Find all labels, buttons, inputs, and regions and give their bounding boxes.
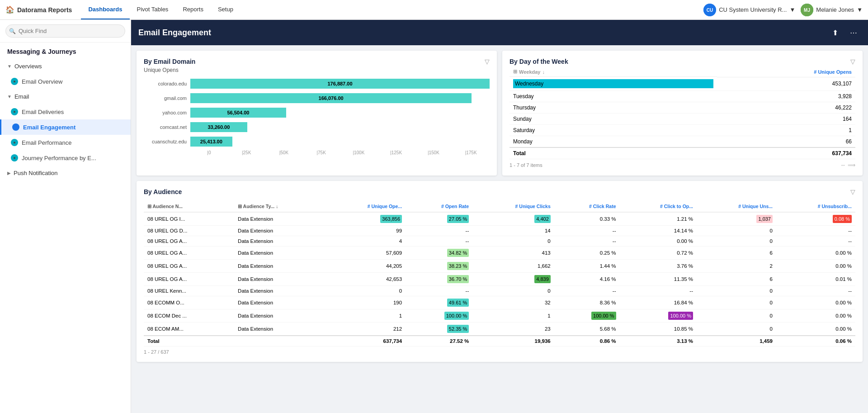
dow-nav-prev[interactable]: ↔ [840,162,846,168]
tab-pivot-tables[interactable]: Pivot Tables [130,0,176,19]
dow-filter-icon[interactable]: ▽ [850,58,855,65]
aud-name-3: 08 UREL OG A... [144,236,234,247]
email-engagement-label: Email Engagement [23,124,75,131]
aud-type-3: Data Extension [234,236,326,247]
dow-total-value: 637,734 [717,147,855,159]
bar-label-cuanschutz: cuanschutz.edu [144,139,187,144]
aud-uu-3: 0 [697,236,776,247]
dow-value-saturday: 1 [717,125,855,136]
aud-name-6: 08 UREL OG A... [144,273,234,286]
aud-cto-3: 0.00 % [620,236,697,247]
aud-cto-5: 3.76 % [620,260,697,273]
home-icon[interactable]: 🏠 [5,5,14,14]
aud-total-or: 27.52 % [406,336,472,347]
col-audience-type[interactable]: ⊞ Audience Ty... [234,201,326,212]
dow-nav-next[interactable]: ⟹ [848,162,855,168]
aud-uc-5: 1,662 [472,260,554,273]
overviews-label: Overviews [14,63,42,70]
dow-table: ⊞ Weekday ↓ # Unique Opens [509,67,855,159]
col-unique-opens: # Unique Ope... [326,201,406,212]
sidebar-search: 🔍 [0,20,131,43]
aud-total-uc: 19,936 [472,336,554,347]
dow-total-label: Total [509,147,717,159]
aud-uu-9: 0 [697,309,776,323]
aud-us-1: 0.08 % [776,212,855,226]
sidebar-group-overviews[interactable]: ▼ Overviews [0,59,131,74]
dow-day-sunday: Sunday [509,114,717,125]
table-row: 08 UREL OG A... Data Extension 57,609 34… [144,247,855,260]
tab-reports[interactable]: Reports [175,0,211,19]
email-domain-subtitle: Unique Opens [144,67,490,73]
dow-value-wednesday: 453,107 [717,77,855,91]
widget-day-of-week: By Day of the Week ▽ ⊞ Weekday ↓ [502,51,863,176]
axis-125k: |125K [377,150,415,155]
user-area[interactable]: MJ Melanie Jones ▼ [801,4,863,16]
bar-row-gmail: gmail.com 166,076.00 [144,93,490,103]
email-domain-filter-icon[interactable]: ▽ [485,58,490,65]
aud-cr-5: 1.44 % [554,260,620,273]
aud-uu-1: 1,037 [697,212,776,226]
dow-day-thursday: Thursday [509,102,717,114]
bar-row-colorado: colorado.edu 176,887.00 [144,79,490,89]
aud-total-cr: 0.86 % [554,336,620,347]
dow-value-thursday: 46,222 [717,102,855,114]
sidebar-item-email-overview[interactable]: ● Email Overview [0,74,131,89]
dow-day-tuesday: Tuesday [509,91,717,102]
aud-opens-5: 44,205 [326,260,406,273]
svg-text:CU: CU [707,8,713,13]
col-unique-unsub: # Unique Uns... [697,201,776,212]
aud-uc-6: 4,839 [472,273,554,286]
axis-75k: |75K [302,150,340,155]
aud-opens-3: 4 [326,236,406,247]
email-overview-label: Email Overview [22,78,62,85]
aud-uu-10: 0 [697,323,776,336]
app-name: Datorama Reports [17,6,72,14]
email-performance-icon: ● [11,139,18,146]
sidebar-group-push[interactable]: ▶ Push Notification [0,166,131,180]
chevron-right-icon-push: ▶ [7,171,11,176]
aud-uu-4: 6 [697,247,776,260]
aud-us-9: 0.00 % [776,309,855,323]
table-row: 08 ECOM Dec ... Data Extension 1 100.00 … [144,309,855,323]
workspace-selector[interactable]: CU CU System University R... ▼ [703,4,795,16]
aud-us-7: -- [776,286,855,296]
col-open-rate: # Open Rate [406,201,472,212]
aud-us-2: -- [776,226,855,236]
aud-us-10: 0.00 % [776,323,855,336]
dow-day-monday: Monday [509,136,717,148]
aud-uc-4: 413 [472,247,554,260]
search-input[interactable] [5,24,125,38]
aud-total-uu: 1,459 [697,336,776,347]
audience-total-row: Total 637,734 27.52 % 19,936 0.86 % 3.13… [144,336,855,347]
col-unsubscribe: # Unsubscrib... [776,201,855,212]
sidebar-item-journey-performance[interactable]: ● Journey Performance by E... [0,150,131,166]
sidebar-item-email-performance[interactable]: ● Email Performance [0,135,131,150]
email-domain-bar-chart: colorado.edu 176,887.00 gmail.com 166,07… [144,79,490,147]
aud-type-9: Data Extension [234,309,326,323]
aud-opens-6: 42,653 [326,273,406,286]
nav-tabs: Dashboards Pivot Tables Reports Setup [81,0,241,19]
aud-type-8: Data Extension [234,296,326,309]
aud-name-9: 08 ECOM Dec ... [144,309,234,323]
tab-dashboards[interactable]: Dashboards [81,0,129,19]
sidebar-group-email[interactable]: ▼ Email [0,89,131,104]
tab-setup[interactable]: Setup [211,0,241,19]
bar-container-cuanschutz: 25,413.00 [190,137,490,147]
aud-or-8: 49.61 % [406,296,472,309]
email-engagement-icon: ● [12,123,19,131]
more-options-button[interactable]: ⋯ [846,27,861,39]
aud-cto-1: 1.21 % [620,212,697,226]
content-area: Email Engagement ⬆ ⋯ By Email Domain ▽ U… [131,20,868,413]
dow-value-monday: 66 [717,136,855,148]
sidebar-item-email-engagement[interactable]: ● Email Engagement [0,119,131,135]
sidebar-item-email-deliveries[interactable]: ● Email Deliveries [0,104,131,119]
widget-audience: By Audience ▽ ⊞ Audience N... ⊞ Audience… [137,181,863,362]
audience-filter-icon[interactable]: ▽ [850,188,855,195]
aud-cr-3: -- [554,236,620,247]
content-header: Email Engagement ⬆ ⋯ [131,20,868,45]
bar-row-yahoo: yahoo.com 56,504.00 [144,108,490,118]
aud-uc-9: 1 [472,309,554,323]
aud-or-6: 36.70 % [406,273,472,286]
share-button[interactable]: ⬆ [829,27,842,39]
top-nav: 🏠 Datorama Reports Dashboards Pivot Tabl… [0,0,868,20]
